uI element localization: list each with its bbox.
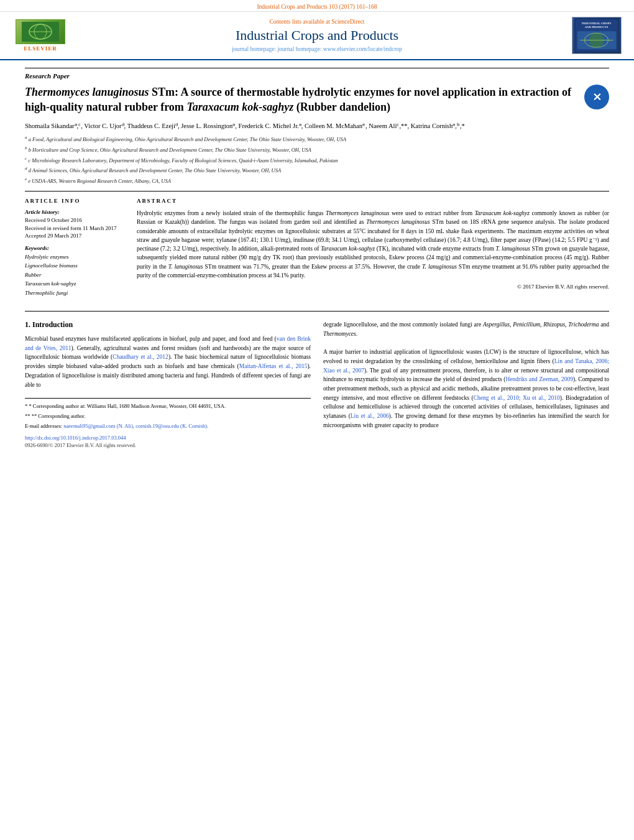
keyword-4: Taraxacum kok-saghyz xyxy=(25,279,124,288)
footnote-corresponding1: * * Corresponding author at: Williams Ha… xyxy=(25,402,311,410)
journal-homepage: journal homepage: journal homepage: www.… xyxy=(87,46,547,52)
section1-heading: Introduction xyxy=(32,320,73,329)
email-links[interactable]: naeemali95@gmail.com (N. Ali), cornish.1… xyxy=(63,423,208,429)
keywords-section: Keywords: Hydrolytic enzymes Lignocellul… xyxy=(25,245,124,297)
abstract-heading: ABSTRACT xyxy=(137,198,609,204)
keyword-2: Lignocellulose biomass xyxy=(25,261,124,270)
title-italic-part1: Thermomyces lanuginosus xyxy=(25,86,149,98)
elsevier-wordmark: ELSEVIER xyxy=(24,45,57,52)
footnote-corresponding2-text: ** Corresponding author. xyxy=(32,413,86,419)
email-label: E-mail addresses: xyxy=(25,423,62,429)
affiliation-c: c c Microbiology Research Laboratory, De… xyxy=(25,155,609,165)
section-divider xyxy=(25,311,609,312)
footnote-corresponding1-text: * Corresponding author at: Williams Hall… xyxy=(29,403,226,409)
article-history: Article history: Received 9 October 2016… xyxy=(25,209,124,240)
header-right: INDUSTRIAL CROPS AND PRODUCTS xyxy=(547,17,622,54)
copyright-text: © 2017 Elsevier B.V. All rights reserved… xyxy=(137,284,609,290)
received-revised-date: Received in revised form 11 March 2017 xyxy=(25,224,124,233)
footnote-emails: E-mail addresses: naeemali95@gmail.com (… xyxy=(25,422,311,430)
crossmark-logo: ⨯ xyxy=(584,85,609,109)
footnotes-area: * * Corresponding author at: Williams Ha… xyxy=(25,398,311,450)
homepage-link[interactable]: journal homepage: www.elsevier.com/locat… xyxy=(277,46,402,52)
keywords-heading: Keywords: xyxy=(25,245,124,251)
sciencedirect-link-text[interactable]: ScienceDirect xyxy=(331,19,364,25)
header-area: ELSEVIER Contents lists available at Sci… xyxy=(0,12,634,60)
authors-line: Shomaila Sikandarᵃ,ᶜ, Victor C. Ujorᵈ, T… xyxy=(25,121,609,131)
svg-text:INDUSTRIAL CROPS: INDUSTRIAL CROPS xyxy=(582,22,611,25)
two-col-section: ARTICLE INFO Article history: Received 9… xyxy=(25,191,609,302)
abstract-col: ABSTRACT Hydrolytic enzymes from a newly… xyxy=(137,198,609,302)
affiliation-d: d d Animal Sciences, Ohio Agricultural R… xyxy=(25,165,609,175)
keyword-5: Thermophilic fungi xyxy=(25,288,124,297)
header-left: ELSEVIER xyxy=(12,19,87,53)
accepted-date: Accepted 29 March 2017 xyxy=(25,232,124,240)
section1-left-text: Microbial based enzymes have multifacete… xyxy=(25,335,311,389)
issn-line: 0926-6690/© 2017 Elsevier B.V. All right… xyxy=(25,441,311,450)
keywords-list: Hydrolytic enzymes Lignocellulose biomas… xyxy=(25,252,124,297)
doi-line[interactable]: http://dx.doi.org/10.1016/j.indcrop.2017… xyxy=(25,434,311,442)
footnote-star2: ** xyxy=(25,413,32,419)
history-heading: Article history: xyxy=(25,209,124,215)
received-date: Received 9 October 2016 xyxy=(25,216,124,224)
body-right-col: degrade lignocellulose, and the most com… xyxy=(323,320,609,450)
section1-title: 1. Introduction xyxy=(25,320,311,330)
affiliation-a: a a Food, Agricultural and Biological En… xyxy=(25,134,609,144)
elsevier-logo: ELSEVIER xyxy=(12,19,68,53)
logo-box xyxy=(16,19,65,44)
body-left-col: 1. Introduction Microbial based enzymes … xyxy=(25,320,311,450)
affiliations-block: a a Food, Agricultural and Biological En… xyxy=(25,134,609,185)
title-part4: (Rubber dandelion) xyxy=(293,101,390,113)
article-info-col: ARTICLE INFO Article history: Received 9… xyxy=(25,198,124,302)
section1-right-text: degrade lignocellulose, and the most com… xyxy=(323,320,609,430)
keyword-1: Hydrolytic enzymes xyxy=(25,252,124,261)
sciencedirect-prefix: Contents lists available at xyxy=(269,19,331,25)
author-names: Shomaila Sikandarᵃ,ᶜ, Victor C. Ujorᵈ, T… xyxy=(25,122,465,129)
affiliation-b: b b Horticulture and Crop Science, Ohio … xyxy=(25,145,609,154)
title-italic-part3: Taraxacum kok-saghyz xyxy=(186,101,293,113)
article-title: Thermomyces lanuginosus STm: A source of… xyxy=(25,85,584,115)
journal-cover-image: INDUSTRIAL CROPS AND PRODUCTS xyxy=(572,17,622,54)
abstract-text: Hydrolytic enzymes from a newly isolated… xyxy=(137,209,609,280)
article-title-area: Thermomyces lanuginosus STm: A source of… xyxy=(25,85,609,115)
keyword-3: Rubber xyxy=(25,270,124,279)
svg-text:AND PRODUCTS: AND PRODUCTS xyxy=(585,25,609,29)
article-info-heading: ARTICLE INFO xyxy=(25,198,124,204)
main-content: Research Paper Thermomyces lanuginosus S… xyxy=(0,68,634,450)
footnote-corresponding2: ** ** Corresponding author. xyxy=(25,412,311,420)
body-two-col: 1. Introduction Microbial based enzymes … xyxy=(25,320,609,450)
header-center: Contents lists available at ScienceDirec… xyxy=(87,19,547,52)
section1-number: 1. xyxy=(25,320,30,329)
affiliation-e: e e USDA-ARS, Western Regional Research … xyxy=(25,176,609,185)
journal-reference: Industrial Crops and Products 103 (2017)… xyxy=(257,4,377,10)
sciencedirect-text: Contents lists available at ScienceDirec… xyxy=(87,19,547,25)
article-type: Research Paper xyxy=(25,68,609,80)
top-bar: Industrial Crops and Products 103 (2017)… xyxy=(0,0,634,12)
journal-title: Industrial Crops and Products xyxy=(87,27,547,44)
